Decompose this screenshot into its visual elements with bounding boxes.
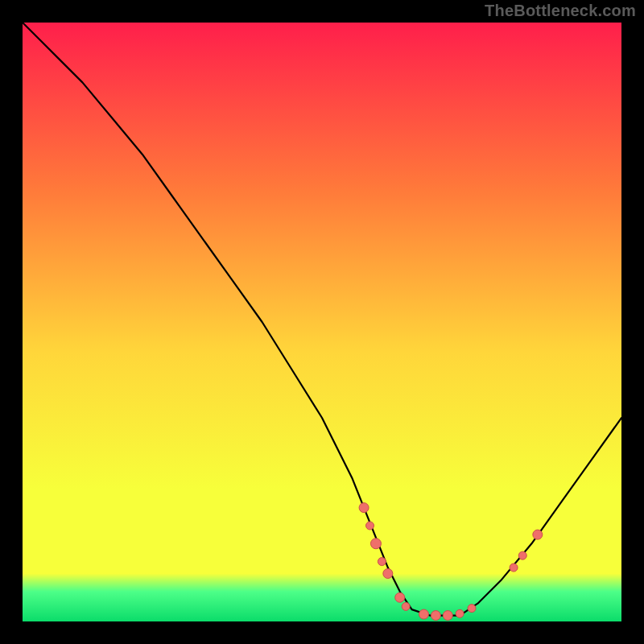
curve-marker [383,568,393,578]
gradient-background [23,23,621,621]
curve-marker [359,503,369,513]
curve-marker [419,609,428,619]
curve-marker [370,539,381,549]
curve-marker [510,564,518,572]
curve-marker [378,558,386,566]
curve-marker [533,530,543,539]
attribution-label: TheBottleneck.com [485,2,636,20]
curve-marker [366,522,374,530]
curve-marker [456,609,464,617]
chart-frame: TheBottleneck.com [0,0,644,644]
curve-marker [443,611,452,621]
curve-marker [395,592,405,602]
curve-marker [431,611,440,621]
curve-marker [518,551,526,559]
chart-svg [23,23,621,621]
curve-marker [468,605,476,613]
plot-area [23,23,621,621]
curve-marker [402,602,410,610]
